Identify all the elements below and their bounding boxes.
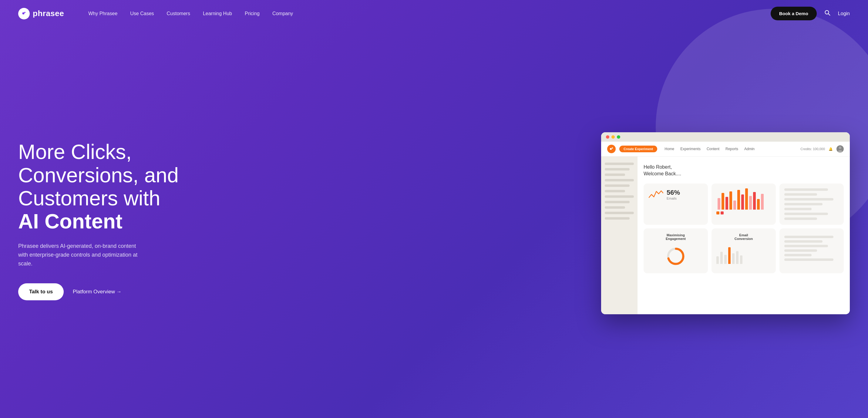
bottom-line-4 [784, 249, 817, 252]
line-row-4 [784, 203, 823, 205]
svg-point-7 [839, 147, 841, 149]
bar-6 [737, 190, 740, 210]
widget-stat: 56% Emails [648, 188, 703, 201]
app-navbar: Create Experiment Home Experiments Conte… [601, 142, 850, 156]
svg-point-2 [24, 12, 26, 13]
mini-bar-2 [720, 252, 723, 264]
navigation: phrasee Why Phrasee Use Cases Customers … [0, 0, 868, 27]
bar-9 [749, 196, 752, 210]
bar-5 [733, 201, 736, 210]
bottom-line-6 [784, 259, 833, 261]
sidebar-line-6 [605, 190, 625, 192]
app-logo-icon [607, 145, 616, 153]
logo-text: phrasee [33, 9, 64, 18]
nav-link-customers[interactable]: Customers [167, 11, 190, 17]
bar-1 [718, 198, 720, 210]
main-content: Hello Robert, Welcome Back.... 56% [638, 156, 850, 314]
mini-bar-5 [732, 253, 735, 264]
mini-bar-1 [716, 256, 719, 264]
dot-green [617, 135, 620, 139]
search-icon[interactable] [824, 9, 831, 18]
line-row-7 [784, 217, 817, 220]
sidebar-line-1 [605, 162, 634, 165]
sidebar-line-2 [605, 168, 630, 171]
mini-bar-7 [740, 256, 742, 264]
line-rows [784, 188, 839, 220]
svg-point-8 [838, 150, 842, 153]
sidebar-line-9 [605, 206, 625, 209]
svg-point-5 [610, 148, 612, 150]
third-bottom-widget [779, 229, 844, 273]
book-demo-button[interactable]: Book a Demo [771, 7, 817, 20]
nav-link-use-cases[interactable]: Use Cases [130, 11, 154, 17]
hero-left: More Clicks, Conversions, and Customers … [18, 140, 200, 300]
bottom-line-2 [784, 240, 823, 243]
legend-orange [716, 211, 719, 214]
hero-title-line1: More Clicks, [18, 140, 132, 163]
line-row-3 [784, 198, 833, 201]
dashboard-mockup: Create Experiment Home Experiments Conte… [601, 132, 850, 314]
user-avatar[interactable] [836, 145, 844, 153]
line-row-6 [784, 213, 828, 215]
email-stat-widget: 56% Emails [644, 183, 708, 225]
donut-svg [665, 246, 686, 267]
widgets-grid: 56% Emails [644, 183, 844, 273]
hero-title-line3: Customers with [18, 186, 160, 210]
sidebar-line-5 [605, 184, 630, 187]
app-nav-home[interactable]: Home [664, 147, 674, 151]
nav-link-why-phrasee[interactable]: Why Phrasee [88, 11, 117, 17]
mini-bar-6 [736, 251, 739, 264]
bar-chart [716, 188, 771, 210]
bar-3 [725, 197, 728, 210]
hero-title-line2: Conversions, and [18, 163, 179, 186]
nav-link-learning-hub[interactable]: Learning Hub [203, 11, 232, 17]
sidebar-line-4 [605, 179, 634, 181]
notification-icon[interactable]: 🔔 [829, 147, 833, 151]
email-conversion-widget: Email Conversion [712, 229, 776, 273]
app-nav-right: Credits: 100,000 🔔 [800, 145, 844, 153]
dashboard-body: Hello Robert, Welcome Back.... 56% [601, 156, 850, 314]
line-row-1 [784, 188, 828, 191]
hero-right: Create Experiment Home Experiments Conte… [200, 126, 850, 314]
nav-link-company[interactable]: Company [272, 11, 293, 17]
login-link[interactable]: Login [838, 11, 850, 17]
nav-link-pricing[interactable]: Pricing [245, 11, 259, 17]
hero-title-bold: AI Content [18, 210, 123, 233]
welcome-text: Hello Robert, Welcome Back.... [644, 164, 844, 177]
talk-to-us-button[interactable]: Talk to us [18, 283, 64, 300]
stat-percent: 56% [666, 189, 680, 197]
nav-right: Book a Demo Login [771, 7, 850, 20]
donut-chart [648, 244, 703, 268]
app-nav-admin[interactable]: Admin [744, 147, 754, 151]
app-nav-reports[interactable]: Reports [725, 147, 738, 151]
mini-bar-chart [716, 244, 771, 264]
bar-11 [757, 199, 760, 210]
bar-8 [745, 188, 748, 210]
mini-bar-4-accent [728, 247, 731, 264]
hero-cta: Talk to us Platform Overview → [18, 283, 200, 300]
sidebar-line-8 [605, 201, 630, 203]
logo[interactable]: phrasee [18, 8, 64, 20]
platform-overview-link[interactable]: Platform Overview → [73, 289, 122, 295]
line-row-5 [784, 208, 812, 210]
bar-12 [761, 194, 764, 210]
bottom-line-3 [784, 245, 828, 247]
dot-yellow [612, 135, 615, 139]
svg-point-1 [23, 12, 25, 14]
app-nav-content[interactable]: Content [707, 147, 719, 151]
app-nav-experiments[interactable]: Experiments [680, 147, 701, 151]
app-nav-links: Home Experiments Content Reports Admin [664, 147, 800, 151]
email-conversion-title: Email Conversion [716, 233, 771, 241]
line-row-2 [784, 193, 817, 196]
logo-icon [18, 8, 30, 20]
bar-7 [741, 195, 744, 210]
hero-subtitle: Phrasee delivers AI-generated, on-brand … [18, 242, 146, 268]
stat-label: Emails [666, 197, 680, 200]
bar-2 [721, 193, 724, 210]
create-experiment-button[interactable]: Create Experiment [619, 146, 657, 152]
hero-section: More Clicks, Conversions, and Customers … [0, 27, 868, 418]
sidebar-line-3 [605, 174, 625, 176]
sidebar-line-7 [605, 196, 634, 198]
hero-title: More Clicks, Conversions, and Customers … [18, 140, 200, 233]
engagement-title: Maximising Engagement [648, 233, 703, 241]
